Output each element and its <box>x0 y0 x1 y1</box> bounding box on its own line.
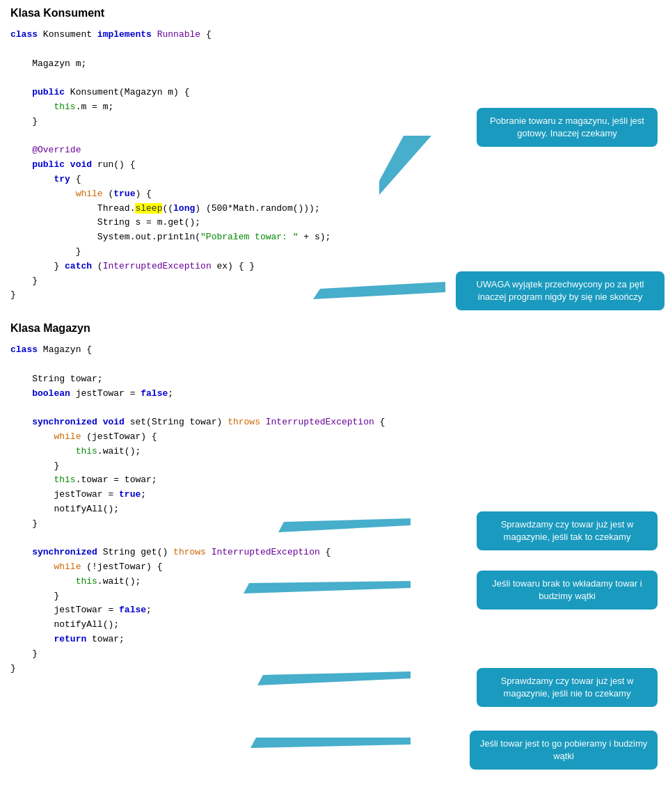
code-magazyn: class Magazyn { String towar; boolean je… <box>10 340 658 678</box>
tooltip-4: Jeśli towaru brak to wkładamy towar i bu… <box>477 571 658 610</box>
tooltip-3: Sprawdzamy czy towar już jest w magazyni… <box>477 511 658 550</box>
code-konsument: class Konsument implements Runnable { Ma… <box>10 25 658 305</box>
page-content: Klasa Konsument class Konsument implemen… <box>0 0 668 691</box>
svg-marker-5 <box>250 738 411 748</box>
title-magazyn: Klasa Magazyn <box>10 322 658 335</box>
title-konsument: Klasa Konsument <box>10 7 658 19</box>
tooltip-2: UWAGA wyjątek przechwycony po za pętl in… <box>456 271 665 310</box>
tooltip-5: Sprawdzamy czy towar już jest w magazyni… <box>477 668 658 707</box>
tooltip-6: Jeśli towar jest to go pobieramy i budzi… <box>470 731 658 770</box>
section-magazyn: Klasa Magazyn class Magazyn { String tow… <box>10 322 658 678</box>
section-konsument: Klasa Konsument class Konsument implemen… <box>10 7 658 305</box>
tooltip-1: Pobranie towaru z magazynu, jeśli jest g… <box>477 108 658 147</box>
